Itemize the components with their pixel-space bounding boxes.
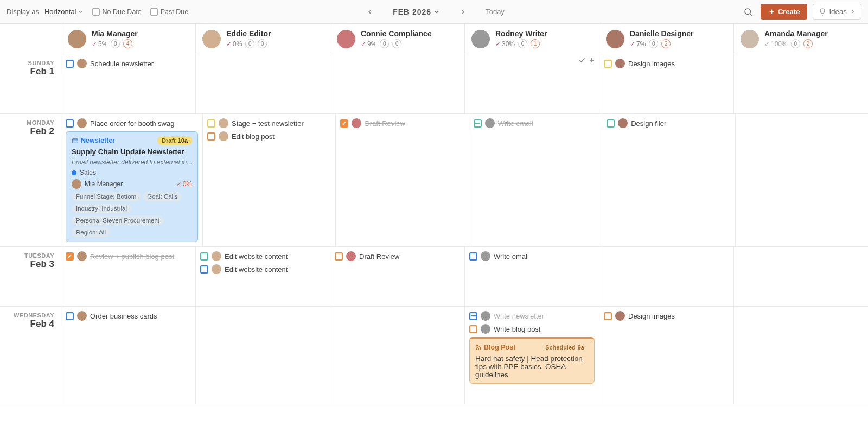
task-checkbox[interactable]: [66, 252, 74, 261]
task-checkbox[interactable]: [469, 312, 477, 320]
task-item[interactable]: Draft Review: [335, 251, 460, 261]
task-item[interactable]: Draft Review: [340, 118, 464, 128]
cell[interactable]: Write newsletter Write blog post Blog Po…: [464, 307, 599, 404]
col-stats: ✓30% 0 1: [495, 39, 547, 48]
avatar: [481, 324, 490, 334]
past-due-checkbox[interactable]: Past Due: [150, 8, 188, 16]
task-checkbox[interactable]: [66, 312, 74, 320]
task-item[interactable]: Write newsletter: [469, 311, 595, 321]
card-blogpost[interactable]: Blog Post Scheduled 9a Hard hat safety |…: [469, 337, 595, 384]
card-newsletter[interactable]: Newsletter Draft 10a Supply Chain Update…: [66, 131, 198, 242]
cell[interactable]: Review + publish blog post: [61, 247, 195, 306]
cell[interactable]: Order business cards: [61, 307, 195, 404]
cell[interactable]: Design images: [599, 307, 733, 404]
col-header-empty: [0, 24, 61, 54]
card-status-pill: Scheduled 9a: [541, 343, 589, 352]
task-item[interactable]: Write blog post: [469, 324, 595, 334]
cell[interactable]: Design images: [599, 54, 733, 113]
cell[interactable]: Draft Review: [335, 114, 468, 246]
task-checkbox[interactable]: [200, 252, 208, 261]
task-checkbox[interactable]: [340, 119, 348, 128]
cell[interactable]: [330, 307, 464, 404]
task-item[interactable]: Order business cards: [66, 311, 191, 321]
task-checkbox[interactable]: [66, 119, 74, 128]
cell[interactable]: [733, 247, 868, 306]
plus-icon[interactable]: [588, 56, 596, 64]
cell[interactable]: [464, 54, 599, 113]
pct: ✓5%: [92, 40, 107, 48]
cell[interactable]: Write email: [469, 114, 602, 246]
day-date: Feb 1: [2, 66, 54, 77]
tag[interactable]: Region: All: [72, 227, 110, 237]
no-due-date-checkbox[interactable]: No Due Date: [92, 8, 142, 16]
task-item[interactable]: Design flier: [607, 118, 730, 128]
past-due-label: Past Due: [161, 8, 188, 16]
no-due-date-label: No Due Date: [103, 8, 142, 16]
cell[interactable]: Write email: [464, 247, 599, 306]
cell[interactable]: [733, 307, 868, 404]
cell[interactable]: Stage + test newsletter Edit blog post: [202, 114, 335, 246]
cell[interactable]: [195, 307, 330, 404]
task-checkbox[interactable]: [66, 60, 74, 68]
day-label: TUESDAY Feb 3: [0, 247, 61, 306]
tag[interactable]: Persona: Steven Procurement: [72, 215, 164, 225]
task-item[interactable]: Design images: [604, 311, 729, 321]
task-item[interactable]: Edit website content: [200, 264, 326, 274]
col-header-danielle[interactable]: Danielle Designer ✓7% 0 2: [599, 24, 733, 54]
check-icon[interactable]: [578, 56, 586, 64]
task-checkbox[interactable]: [207, 132, 215, 141]
col-header-mia[interactable]: Mia Manager ✓5% 0 4: [61, 24, 195, 54]
tag[interactable]: Industry: Industrial: [72, 204, 131, 213]
cell[interactable]: [330, 54, 464, 113]
col-header-connie[interactable]: Connie Compliance ✓9% 0 0: [330, 24, 464, 54]
cell[interactable]: [733, 54, 868, 113]
svg-point-8: [476, 349, 477, 350]
cell[interactable]: Design flier: [602, 114, 735, 246]
ideas-button[interactable]: Ideas: [813, 4, 861, 20]
month-dropdown[interactable]: FEB 2026: [393, 8, 440, 16]
col-header-eddie[interactable]: Eddie Editor ✓0% 0 0: [195, 24, 330, 54]
task-item[interactable]: Write email: [469, 251, 595, 261]
day-row-feb2: MONDAY Feb 2 Place order for booth swag …: [0, 114, 868, 247]
tag[interactable]: Goal: Calls: [143, 192, 182, 201]
task-item[interactable]: Design images: [604, 59, 729, 68]
task-checkbox[interactable]: [469, 325, 477, 333]
task-item[interactable]: Edit blog post: [207, 131, 331, 141]
tag[interactable]: Funnel Stage: Bottom: [72, 192, 141, 201]
task-checkbox[interactable]: [469, 252, 477, 261]
task-checkbox[interactable]: [604, 60, 612, 68]
task-checkbox[interactable]: [604, 312, 612, 320]
task-checkbox[interactable]: [474, 119, 482, 128]
task-checkbox[interactable]: [607, 119, 615, 128]
task-item[interactable]: Write email: [474, 118, 597, 128]
col-header-amanda[interactable]: Amanda Manager ✓100% 0 2: [733, 24, 868, 54]
cell[interactable]: Schedule newsletter: [61, 54, 195, 113]
display-as-dropdown[interactable]: Horizontal: [44, 8, 84, 16]
today-button[interactable]: Today: [486, 8, 505, 16]
task-item[interactable]: Schedule newsletter: [66, 59, 191, 68]
cell[interactable]: [195, 54, 330, 113]
cell[interactable]: Place order for booth swag Newsletter Dr…: [61, 114, 202, 246]
cell[interactable]: Edit website content Edit website conten…: [195, 247, 330, 306]
col-name: Danielle Designer: [630, 29, 694, 38]
task-checkbox[interactable]: [207, 119, 215, 128]
task-item[interactable]: Stage + test newsletter: [207, 118, 331, 128]
task-item[interactable]: Place order for booth swag: [66, 118, 198, 128]
cell[interactable]: [599, 247, 733, 306]
task-checkbox[interactable]: [335, 252, 343, 261]
cell[interactable]: [735, 114, 868, 246]
task-item[interactable]: Review + publish blog post: [66, 251, 191, 261]
card-owner: Mia Manager ✓0%: [72, 179, 192, 189]
col-header-rodney[interactable]: Rodney Writer ✓30% 0 1: [464, 24, 599, 54]
create-button[interactable]: Create: [761, 4, 807, 20]
task-text: Place order for booth swag: [90, 119, 174, 128]
task-checkbox[interactable]: [200, 265, 208, 274]
task-text: Edit website content: [225, 252, 288, 261]
cell[interactable]: Draft Review: [330, 247, 464, 306]
task-item[interactable]: Edit website content: [200, 251, 326, 261]
search-button[interactable]: [741, 5, 755, 19]
next-month-button[interactable]: [456, 5, 469, 18]
prev-month-button[interactable]: [363, 5, 376, 18]
svg-point-0: [745, 9, 751, 15]
card-status-pill: Draft 10a: [157, 136, 192, 145]
